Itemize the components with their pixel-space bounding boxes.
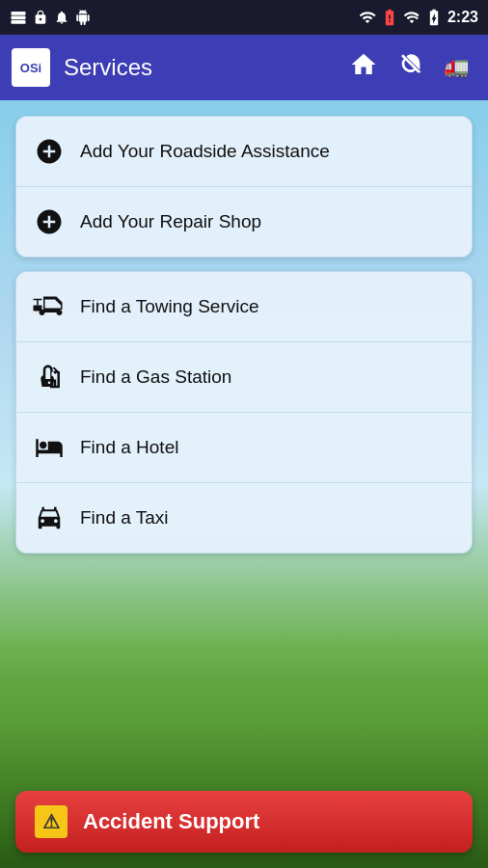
find-taxi-label: Find a Taxi bbox=[80, 507, 169, 529]
lock-icon bbox=[33, 10, 48, 25]
add-roadside-label: Add Your Roadside Assistance bbox=[80, 141, 330, 162]
find-gas-label: Find a Gas Station bbox=[80, 366, 231, 388]
svg-rect-4 bbox=[34, 306, 42, 312]
status-icons-right: 2:23 bbox=[359, 8, 478, 27]
add-repair-item[interactable]: Add Your Repair Shop bbox=[16, 187, 472, 257]
signal-icon bbox=[403, 9, 420, 26]
svg-rect-2 bbox=[12, 20, 26, 24]
add-services-card: Add Your Roadside Assistance Add Your Re… bbox=[15, 116, 473, 258]
home-icon[interactable] bbox=[349, 50, 378, 86]
time-display: 2:23 bbox=[447, 9, 478, 26]
warning-icon: ⚠ bbox=[35, 805, 68, 838]
find-taxi-item[interactable]: Find a Taxi bbox=[16, 483, 472, 553]
find-services-card: Find a Towing Service Find a Gas Station… bbox=[15, 271, 473, 554]
storage-icon bbox=[10, 9, 27, 26]
find-hotel-label: Find a Hotel bbox=[80, 437, 178, 458]
accident-support-label: Accident Support bbox=[83, 809, 259, 834]
svg-rect-1 bbox=[12, 16, 26, 20]
phone-cancel-icon[interactable] bbox=[395, 49, 426, 87]
plus-circle-icon bbox=[32, 134, 67, 169]
gas-station-icon bbox=[32, 360, 67, 394]
status-icons-left bbox=[10, 9, 91, 26]
add-roadside-item[interactable]: Add Your Roadside Assistance bbox=[16, 117, 472, 187]
hotel-icon bbox=[32, 430, 67, 465]
find-gas-item[interactable]: Find a Gas Station bbox=[16, 342, 472, 413]
taxi-icon bbox=[32, 501, 67, 535]
find-towing-label: Find a Towing Service bbox=[80, 296, 259, 317]
header-actions: 🚛 bbox=[349, 49, 476, 87]
wifi-icon bbox=[359, 9, 376, 26]
plus-circle-icon-2 bbox=[32, 204, 67, 239]
tow-truck-icon bbox=[32, 289, 67, 324]
android-icon bbox=[75, 10, 91, 25]
battery-low-icon bbox=[380, 8, 399, 27]
battery-icon bbox=[424, 8, 444, 27]
find-towing-item[interactable]: Find a Towing Service bbox=[16, 272, 472, 342]
main-content: Add Your Roadside Assistance Add Your Re… bbox=[0, 100, 488, 791]
notification-icon bbox=[54, 10, 69, 25]
svg-rect-0 bbox=[12, 12, 26, 15]
status-bar: 2:23 bbox=[0, 0, 488, 35]
add-repair-label: Add Your Repair Shop bbox=[80, 211, 261, 232]
find-hotel-item[interactable]: Find a Hotel bbox=[16, 413, 472, 483]
app-header: OSi Services 🚛 bbox=[0, 35, 488, 100]
svg-text:🚛: 🚛 bbox=[444, 53, 470, 78]
accident-support-bar[interactable]: ⚠ Accident Support bbox=[15, 791, 473, 853]
app-logo: OSi bbox=[12, 48, 50, 87]
page-title: Services bbox=[64, 54, 349, 81]
tow-truck-nav-icon[interactable]: 🚛 bbox=[444, 51, 476, 85]
